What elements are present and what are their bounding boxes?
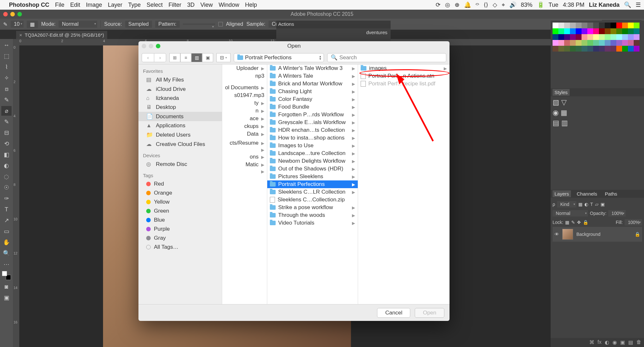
swatch[interactable] xyxy=(576,28,582,34)
column-item[interactable]: How to insta…shop actions▶ xyxy=(267,134,358,142)
styles-tab[interactable]: Styles xyxy=(553,89,570,96)
column-item[interactable]: Sleeklens C…Collection.zip xyxy=(267,196,358,204)
paths-tab[interactable]: Paths xyxy=(603,190,619,197)
cc-icon[interactable]: ◎ xyxy=(445,1,450,8)
clock-day[interactable]: Tue xyxy=(549,2,558,8)
menu-select[interactable]: Select xyxy=(147,2,163,8)
lock-pixel-icon[interactable]: ✎ xyxy=(571,220,575,225)
column-item[interactable]: ▶ xyxy=(222,169,267,175)
swatch[interactable] xyxy=(616,28,622,34)
stamp-tool[interactable]: ⊟ xyxy=(1,128,12,138)
menu-3d[interactable]: 3D xyxy=(187,2,194,8)
menu-layer[interactable]: Layer xyxy=(108,2,122,8)
brush-panel-toggle[interactable]: ▦ xyxy=(27,21,38,28)
column-item[interactable]: ▶ xyxy=(222,147,267,153)
swatch[interactable] xyxy=(599,28,605,34)
sidebar-item[interactable]: ☁iCloud Drive xyxy=(138,84,222,94)
column-item[interactable]: HDR enchan…ts Collection▶ xyxy=(267,126,358,134)
column-item[interactable]: Chasing Light▶ xyxy=(267,88,358,95)
dodge-tool[interactable]: ☉ xyxy=(1,183,12,192)
sidebar-tag[interactable]: Gray xyxy=(138,234,222,243)
swatch[interactable] xyxy=(622,23,628,28)
swatch[interactable] xyxy=(611,23,616,28)
menu-filter[interactable]: Filter xyxy=(168,2,181,8)
marquee-tool[interactable]: ⬚ xyxy=(1,51,12,61)
back-button[interactable]: ‹ xyxy=(142,53,154,62)
swatch[interactable] xyxy=(605,46,611,52)
column-item[interactable]: Matic▶ xyxy=(222,161,267,169)
sidebar-tag[interactable]: Green xyxy=(138,207,222,216)
close-window[interactable] xyxy=(3,12,8,16)
sidebar-tag[interactable]: Blue xyxy=(138,216,222,225)
fill-input[interactable]: 100% xyxy=(625,219,642,226)
open-button[interactable]: Open xyxy=(415,308,444,318)
swatch[interactable] xyxy=(616,46,622,52)
code-icon[interactable]: ⟨⟩ xyxy=(484,1,488,8)
source-sampled[interactable]: Sampled xyxy=(125,21,152,28)
swatch[interactable] xyxy=(622,40,628,46)
swatch[interactable] xyxy=(558,23,564,28)
swatch[interactable] xyxy=(616,23,622,28)
swatch[interactable] xyxy=(553,23,558,28)
swatch[interactable] xyxy=(570,28,576,34)
swatch[interactable] xyxy=(582,23,587,28)
traffic-lights[interactable] xyxy=(3,12,22,16)
mask-icon[interactable]: ◐ xyxy=(605,339,609,346)
circle-icon[interactable]: ⊕ xyxy=(455,1,459,8)
column-item[interactable]: n▶ xyxy=(222,107,267,115)
swatch[interactable] xyxy=(576,23,582,28)
filter-type-icon[interactable]: T xyxy=(590,202,593,207)
swatch[interactable] xyxy=(593,23,599,28)
sidebar-tag[interactable]: Red xyxy=(138,179,222,188)
swatch[interactable] xyxy=(599,46,605,52)
view-gallery[interactable]: ▣ xyxy=(202,53,213,62)
swatch[interactable] xyxy=(634,46,639,52)
sidebar-tag[interactable]: Yellow xyxy=(138,198,222,207)
search-input[interactable] xyxy=(339,54,443,61)
notification-icon[interactable]: 🔔 xyxy=(464,1,471,8)
swatch[interactable] xyxy=(564,23,570,28)
crop-tool[interactable]: ⧈ xyxy=(1,84,12,94)
swatch[interactable] xyxy=(611,46,616,52)
menu-help[interactable]: Help xyxy=(245,2,257,8)
swatch[interactable] xyxy=(558,34,564,40)
swatch[interactable] xyxy=(593,46,599,52)
layer-name[interactable]: Background xyxy=(576,232,601,237)
adj-icon[interactable]: ◉ xyxy=(612,339,617,346)
clock-time[interactable]: 4:38 PM xyxy=(563,2,584,8)
source-pattern[interactable]: Pattern: xyxy=(155,21,180,28)
column-item[interactable]: s01947.mp3 xyxy=(222,92,267,99)
swatch[interactable] xyxy=(622,28,628,34)
swatch[interactable] xyxy=(593,40,599,46)
column-item[interactable]: A Winters Tale▶ xyxy=(267,72,358,80)
layer-filter[interactable]: Kind xyxy=(557,201,576,207)
spotlight-icon[interactable]: 🔍 xyxy=(624,1,631,8)
swatch[interactable] xyxy=(628,23,634,28)
forward-button[interactable]: › xyxy=(154,53,166,62)
swatch[interactable] xyxy=(553,46,558,52)
quickmask[interactable]: ◙ xyxy=(1,282,12,292)
group-icon[interactable]: ▣ xyxy=(620,339,625,346)
column-2[interactable]: A Winter's Tale Workflow 3▶A Winters Tal… xyxy=(267,64,358,304)
swatch[interactable] xyxy=(558,46,564,52)
action-set[interactable]: dventures xyxy=(279,30,387,35)
swatch[interactable] xyxy=(564,40,570,46)
column-item[interactable]: Data▶ xyxy=(222,130,267,138)
column-item[interactable]: ty▶ xyxy=(222,99,267,107)
column-item[interactable]: Sleeklens C…LR Collection▶ xyxy=(267,188,358,196)
aligned-checkbox[interactable] xyxy=(218,22,223,26)
swatch[interactable] xyxy=(634,40,639,46)
column-item[interactable]: ace▶ xyxy=(222,115,267,122)
pen-tool[interactable]: ✑ xyxy=(1,194,12,203)
swatch[interactable] xyxy=(582,28,587,34)
screenmode[interactable]: ▣ xyxy=(1,293,12,303)
move-tool[interactable]: ↔ xyxy=(1,40,12,50)
eyedropper-tool[interactable]: ✎ xyxy=(1,95,12,105)
sidebar-item[interactable]: ☁Creative Cloud Files xyxy=(138,140,222,149)
menu-view[interactable]: View xyxy=(200,2,213,8)
sidebar-item[interactable]: 🖥Desktop xyxy=(138,103,222,112)
close-tab[interactable]: × xyxy=(19,32,22,38)
column-item[interactable]: ons▶ xyxy=(222,153,267,161)
swatch[interactable] xyxy=(576,46,582,52)
filter-smart-icon[interactable]: ▣ xyxy=(601,202,605,207)
